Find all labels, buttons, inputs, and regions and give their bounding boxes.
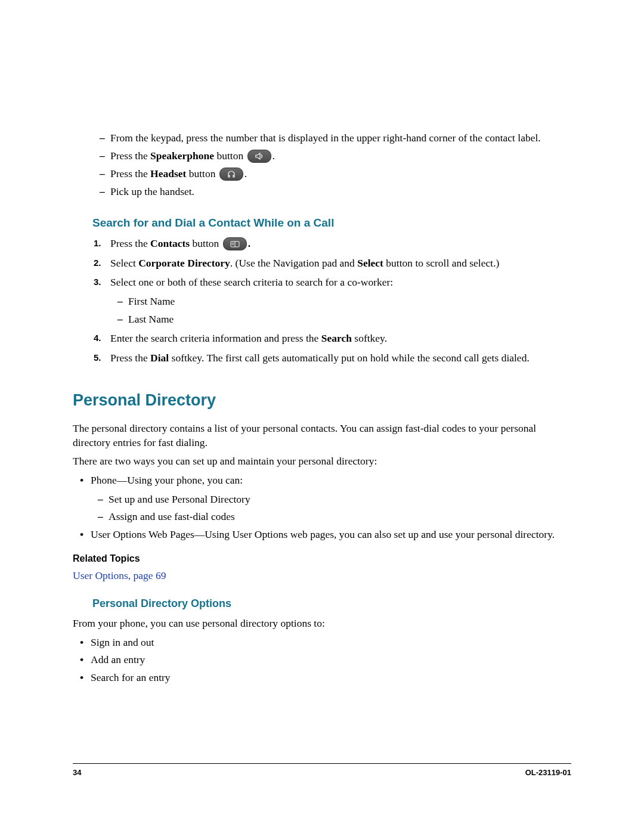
text: Press the (110, 168, 150, 179)
cross-reference-link[interactable]: User Options, page 69 (73, 569, 166, 581)
page-number: 34 (73, 767, 81, 778)
page-footer: 34 OL-23119-01 (73, 763, 571, 778)
related-topics-heading: Related Topics (73, 552, 571, 565)
text: Phone—Using your phone, you can: (91, 474, 243, 486)
document-page: From the keypad, press the number that i… (0, 0, 644, 833)
text: First Name (128, 295, 175, 307)
step: Press the Dial softkey. The first call g… (110, 351, 571, 366)
bold-text: Select (357, 257, 383, 269)
list-item: Sign in and out (91, 636, 571, 650)
text: Select (110, 257, 138, 269)
document-id: OL-23119-01 (525, 767, 571, 778)
text: Last Name (128, 313, 174, 325)
list-item: Search for an entry (91, 671, 571, 685)
contacts-icon (223, 237, 247, 250)
list-item: Set up and use Personal Directory (109, 493, 571, 507)
paragraph: The personal directory contains a list o… (73, 422, 571, 450)
subsection-heading: Personal Directory Options (92, 596, 571, 611)
list-item: Pick up the handset. (110, 185, 571, 199)
text: Search for an entry (91, 671, 171, 683)
text: Assign and use fast-dial codes (109, 510, 235, 522)
speakerphone-icon (247, 150, 271, 163)
text: Press the (110, 150, 150, 162)
step: Press the Contacts button . (110, 237, 571, 251)
text: From the keypad, press the number that i… (110, 132, 541, 144)
bold-text: . (248, 237, 250, 249)
list-item: Add an entry (91, 653, 571, 667)
bold-text: Headset (150, 168, 186, 179)
bold-text: Dial (150, 352, 169, 364)
list-item: Assign and use fast-dial codes (109, 510, 571, 524)
step: Enter the search criteria information an… (110, 332, 571, 346)
list-item: Phone—Using your phone, you can: Set up … (91, 473, 571, 524)
text: . (273, 150, 275, 162)
step: Select Corporate Directory. (Use the Nav… (110, 256, 571, 271)
intro-dash-list: From the keypad, press the number that i… (92, 131, 571, 199)
text: button (190, 237, 221, 249)
list-item: User Options Web Pages—Using User Option… (91, 528, 571, 542)
bold-text: Contacts (150, 237, 190, 249)
related-link-row: User Options, page 69 (73, 569, 571, 583)
list-item: First Name (128, 295, 571, 309)
text: Enter the search criteria information an… (110, 332, 321, 344)
procedure-list: Press the Contacts button . Select Corpo… (92, 237, 571, 366)
bold-text: Speakerphone (150, 150, 214, 162)
sub-list: First Name Last Name (110, 295, 571, 326)
text: Set up and use Personal Directory (109, 493, 250, 505)
text: Press the (110, 237, 150, 249)
text: softkey. The first call gets automatical… (169, 352, 530, 364)
paragraph: There are two ways you can set up and ma… (73, 454, 571, 469)
svg-point-2 (232, 243, 234, 244)
text: Add an entry (91, 654, 145, 665)
text: button to scroll and select.) (383, 257, 499, 269)
text: button (214, 150, 246, 162)
text: User Options Web Pages—Using User Option… (91, 528, 555, 540)
text: . (244, 168, 247, 179)
section-heading: Search for and Dial a Contact While on a… (92, 215, 571, 231)
headset-icon (219, 168, 243, 181)
paragraph: From your phone, you can use personal di… (73, 617, 571, 631)
main-heading: Personal Directory (73, 389, 571, 411)
list-item: Press the Speakerphone button . (110, 149, 571, 163)
text: Press the (110, 352, 150, 364)
text: Pick up the handset. (110, 185, 194, 197)
step: Select one or both of these search crite… (110, 275, 571, 326)
bold-text: Search (321, 332, 352, 344)
sub-list: Set up and use Personal Directory Assign… (91, 493, 571, 524)
text: Select one or both of these search crite… (110, 276, 393, 288)
list-item: Last Name (128, 312, 571, 327)
bold-text: Corporate Directory (138, 257, 230, 269)
text: softkey. (352, 332, 387, 344)
list-item: Press the Headset button . (110, 167, 571, 181)
bullet-list: Phone—Using your phone, you can: Set up … (73, 473, 571, 542)
bullet-list: Sign in and out Add an entry Search for … (73, 636, 571, 685)
list-item: From the keypad, press the number that i… (110, 131, 571, 145)
content-area: From the keypad, press the number that i… (92, 131, 571, 685)
text: . (Use the Navigation pad and (230, 257, 357, 269)
text: button (186, 168, 218, 179)
text: Sign in and out (91, 636, 154, 648)
